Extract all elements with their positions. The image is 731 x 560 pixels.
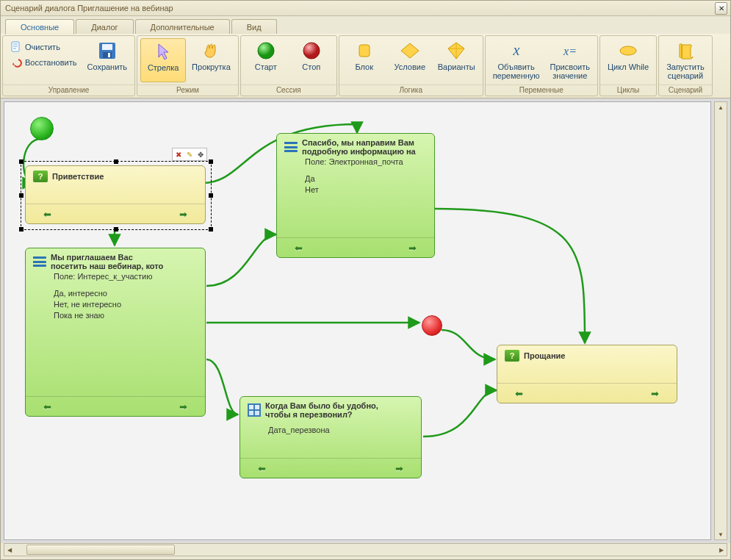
variants-button[interactable]: Варианты [433, 38, 480, 82]
svg-rect-4 [108, 53, 110, 57]
page-clear-icon [10, 41, 22, 53]
next-arrow-icon[interactable]: ➡ [179, 401, 187, 412]
declare-var-button[interactable]: x Объявить переменную [489, 38, 544, 82]
while-button[interactable]: Цикл While [603, 38, 653, 82]
svg-point-10 [620, 46, 636, 55]
mini-edit-button[interactable]: ✎ [184, 149, 195, 159]
node-field: Поле: Интерес_к_участию [26, 272, 205, 284]
svg-rect-7 [359, 45, 370, 57]
node-title: Когда Вам было бы удобно, чтобы я перезв… [265, 401, 378, 419]
svg-rect-3 [103, 52, 112, 58]
app-window: Сценарий диалога Приглашение на вебинар … [0, 0, 731, 560]
group-session: Старт Стоп Сессия [240, 35, 337, 96]
tab-main[interactable]: Основные [5, 19, 74, 35]
node-greeting[interactable]: Приветствие ⬅ ➡ [25, 165, 206, 224]
node-title: Мы приглашаем Вас посетить наш вебинар, … [51, 253, 163, 270]
node-title: Спасибо, мы направим Вам подробную инфор… [302, 138, 416, 156]
book-icon [33, 170, 48, 182]
node-farewell[interactable]: Прощание ⬅ ➡ [497, 345, 677, 403]
next-arrow-icon[interactable]: ➡ [651, 388, 659, 399]
node-mini-toolbar: ✖ ✎ ✥ [172, 148, 207, 161]
node-title: Приветствие [52, 172, 104, 181]
window-title: Сценарий диалога Приглашение на вебинар [4, 4, 715, 12]
node-field: Поле: Электронная_почта [277, 157, 434, 169]
scroll-right-icon[interactable]: ▶ [716, 545, 727, 555]
disk-icon [97, 40, 118, 61]
scroll-down-icon[interactable]: ▼ [716, 529, 726, 539]
vertical-scrollbar[interactable]: ▲ ▼ [714, 101, 727, 540]
node-body: Дата_перезвона [240, 420, 421, 439]
node-options: Да, интересно Нет, не интересно Пока не … [26, 284, 205, 324]
group-scenario: Запустить сценарий Сценарий [658, 35, 713, 96]
svg-rect-2 [102, 44, 112, 50]
tab-view[interactable]: Вид [231, 19, 277, 34]
mini-move-button[interactable]: ✥ [195, 149, 206, 159]
node-thanks[interactable]: Спасибо, мы направим Вам подробную инфор… [276, 133, 435, 258]
svg-text:x=: x= [563, 45, 577, 57]
save-button[interactable]: Сохранить [82, 38, 132, 82]
start-button[interactable]: Старт [244, 38, 288, 82]
canvas[interactable]: ✖ ✎ ✥ Приветствие ⬅ ➡ [4, 101, 711, 540]
stop-node[interactable] [422, 315, 442, 336]
oval-yellow-icon [618, 40, 638, 61]
x-icon: x [506, 40, 527, 61]
assign-val-button[interactable]: x= Присвоить значение [546, 38, 594, 82]
book-icon [505, 350, 519, 362]
stop-button[interactable]: Стоп [289, 38, 334, 82]
prev-arrow-icon[interactable]: ⬅ [515, 388, 523, 399]
block-button[interactable]: Блок [342, 38, 386, 82]
ball-green-icon [256, 40, 276, 61]
cursor-icon [153, 41, 173, 62]
ribbon-tabs: Основные Диалог Дополнительные Вид [1, 16, 730, 34]
ribbon: Очистить Восстановить Сохранить [1, 34, 730, 98]
prev-arrow-icon[interactable]: ⬅ [295, 243, 303, 254]
grid-icon [248, 403, 261, 417]
workspace: ✖ ✎ ✥ Приветствие ⬅ ➡ [1, 98, 730, 543]
restore-button[interactable]: Восстановить [7, 55, 79, 70]
scroll-button[interactable]: Прокрутка [187, 38, 235, 82]
prev-arrow-icon[interactable]: ⬅ [43, 209, 51, 220]
tab-dialog[interactable]: Диалог [76, 19, 133, 34]
node-title: Прощание [524, 351, 565, 360]
condition-button[interactable]: Условие [388, 38, 432, 82]
start-node[interactable] [30, 117, 54, 140]
arrow-button[interactable]: Стрелка [140, 38, 186, 82]
group-management: Очистить Восстановить Сохранить [2, 35, 135, 96]
horizontal-scrollbar[interactable]: ◀ ▶ [4, 543, 727, 556]
svg-text:x: x [512, 42, 519, 58]
svg-point-6 [303, 43, 320, 59]
prev-arrow-icon[interactable]: ⬅ [258, 463, 266, 474]
diamond-yellow-icon [400, 40, 420, 61]
rect-yellow-icon [354, 40, 375, 61]
scroll-left-icon[interactable]: ◀ [4, 545, 15, 555]
svg-point-5 [258, 43, 274, 59]
group-logic: Блок Условие Варианты Логика [339, 35, 483, 96]
close-button[interactable]: ✕ [715, 2, 727, 15]
tab-extra[interactable]: Дополнительные [135, 19, 230, 34]
node-callback[interactable]: Когда Вам было бы удобно, чтобы я перезв… [240, 396, 422, 478]
run-scenario-button[interactable]: Запустить сценарий [662, 38, 709, 82]
next-arrow-icon[interactable]: ➡ [179, 209, 187, 220]
group-label: Управление [3, 85, 134, 96]
next-arrow-icon[interactable]: ➡ [395, 463, 403, 474]
scroll-yellow-icon [675, 40, 696, 61]
mini-delete-button[interactable]: ✖ [173, 149, 184, 159]
prev-arrow-icon[interactable]: ⬅ [43, 401, 51, 412]
undo-icon [10, 57, 22, 68]
hand-icon [201, 40, 221, 61]
group-variables: x Объявить переменную x= Присвоить значе… [485, 35, 598, 96]
ball-red-icon [301, 40, 322, 61]
node-invite[interactable]: Мы приглашаем Вас посетить наш вебинар, … [25, 248, 206, 417]
list-icon [33, 256, 46, 267]
clear-button[interactable]: Очистить [7, 40, 79, 54]
x-equals-icon: x= [560, 40, 580, 61]
list-icon [284, 142, 298, 152]
node-options: Да Нет [277, 169, 434, 198]
title-bar: Сценарий диалога Приглашение на вебинар … [1, 1, 730, 16]
next-arrow-icon[interactable]: ➡ [408, 243, 417, 254]
group-loops: Цикл While Циклы [599, 35, 657, 96]
diamond-3d-icon [446, 40, 467, 61]
group-mode: Стрелка Прокрутка Режим [137, 35, 239, 96]
scroll-up-icon[interactable]: ▲ [716, 102, 726, 112]
scroll-thumb[interactable] [26, 545, 175, 555]
